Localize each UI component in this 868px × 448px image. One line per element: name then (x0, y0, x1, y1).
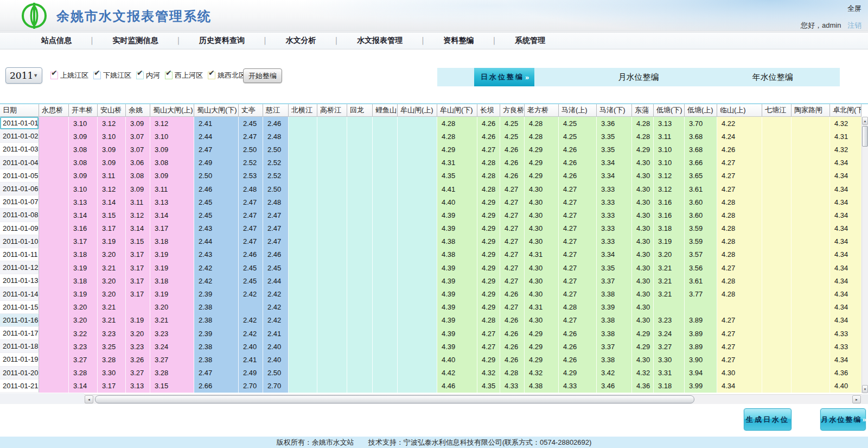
value-cell[interactable]: 3.22 (69, 327, 98, 340)
value-cell[interactable]: 3.56 (685, 261, 717, 274)
value-cell[interactable] (289, 143, 317, 156)
value-cell[interactable] (39, 209, 69, 222)
value-cell[interactable]: 4.30 (525, 235, 559, 248)
value-cell[interactable]: 4.25 (559, 117, 597, 130)
value-cell[interactable] (373, 327, 398, 340)
value-cell[interactable] (39, 235, 69, 248)
value-cell[interactable]: 4.27 (717, 169, 762, 182)
value-cell[interactable]: 4.34 (830, 222, 861, 235)
value-cell[interactable]: 3.14 (126, 222, 150, 235)
value-cell[interactable] (39, 314, 69, 327)
value-cell[interactable] (317, 169, 347, 182)
value-cell[interactable]: 3.20 (98, 274, 126, 287)
value-cell[interactable]: 3.30 (98, 367, 126, 380)
value-cell[interactable]: 4.25 (500, 130, 525, 143)
value-cell[interactable] (792, 353, 830, 366)
value-cell[interactable]: 3.30 (654, 353, 685, 366)
value-cell[interactable]: 4.30 (525, 287, 559, 300)
value-cell[interactable]: 4.34 (830, 248, 861, 261)
value-cell[interactable] (39, 301, 69, 314)
value-cell[interactable]: 2.38 (194, 301, 239, 314)
value-cell[interactable] (289, 353, 317, 366)
value-cell[interactable] (289, 340, 317, 353)
value-cell[interactable] (792, 235, 830, 248)
value-cell[interactable] (289, 182, 317, 195)
value-cell[interactable]: 4.25 (559, 130, 597, 143)
value-cell[interactable]: 2.43 (194, 222, 239, 235)
scroll-up-button[interactable]: ▲ (862, 117, 868, 125)
value-cell[interactable]: 4.29 (559, 367, 597, 380)
value-cell[interactable]: 2.47 (239, 209, 263, 222)
value-cell[interactable] (762, 301, 792, 314)
value-cell[interactable]: 2.44 (263, 274, 289, 287)
value-cell[interactable]: 4.28 (717, 287, 762, 300)
value-cell[interactable] (39, 130, 69, 143)
value-cell[interactable] (373, 182, 398, 195)
value-cell[interactable] (398, 209, 437, 222)
value-cell[interactable]: 4.27 (559, 261, 597, 274)
value-cell[interactable]: 3.13 (654, 117, 685, 130)
value-cell[interactable]: 4.30 (525, 209, 559, 222)
value-cell[interactable]: 3.11 (654, 130, 685, 143)
region-checkbox[interactable]: ✔ (165, 72, 173, 79)
value-cell[interactable]: 4.27 (559, 209, 597, 222)
value-cell[interactable]: 3.09 (150, 169, 194, 182)
value-cell[interactable]: 4.29 (477, 195, 500, 209)
date-cell[interactable]: 2011-01-07 (0, 195, 39, 209)
value-cell[interactable] (654, 301, 685, 314)
value-cell[interactable]: 4.30 (525, 195, 559, 209)
value-cell[interactable] (717, 301, 762, 314)
region-checkbox[interactable]: ✔ (50, 72, 58, 79)
date-cell[interactable]: 2011-01-13 (0, 274, 39, 287)
value-cell[interactable]: 4.34 (830, 261, 861, 274)
value-cell[interactable]: 2.38 (194, 340, 239, 353)
value-cell[interactable] (762, 261, 792, 274)
value-cell[interactable]: 3.14 (98, 195, 126, 209)
value-cell[interactable] (373, 248, 398, 261)
value-cell[interactable] (289, 380, 317, 393)
value-cell[interactable]: 4.34 (830, 301, 861, 314)
value-cell[interactable]: 4.33 (830, 340, 861, 353)
value-cell[interactable] (792, 314, 830, 327)
date-cell[interactable]: 2011-01-14 (0, 287, 39, 300)
horizontal-scroll-thumb[interactable] (95, 395, 694, 403)
value-cell[interactable]: 4.27 (500, 274, 525, 287)
value-cell[interactable]: 4.30 (525, 182, 559, 195)
value-cell[interactable]: 4.34 (830, 353, 861, 366)
value-cell[interactable] (762, 169, 792, 182)
date-cell[interactable]: 2011-01-02 (0, 130, 39, 143)
value-cell[interactable] (347, 340, 373, 353)
value-cell[interactable]: 3.36 (597, 117, 632, 130)
value-cell[interactable]: 3.28 (69, 367, 98, 380)
value-cell[interactable]: 2.50 (263, 367, 289, 380)
value-cell[interactable]: 2.70 (263, 380, 289, 393)
value-cell[interactable] (792, 156, 830, 169)
value-cell[interactable]: 4.30 (525, 222, 559, 235)
value-cell[interactable]: 4.29 (525, 353, 559, 366)
value-cell[interactable] (289, 130, 317, 143)
value-cell[interactable]: 2.45 (239, 117, 263, 130)
value-cell[interactable]: 4.39 (437, 274, 477, 287)
value-cell[interactable]: 3.33 (597, 182, 632, 195)
value-cell[interactable]: 4.31 (525, 248, 559, 261)
value-cell[interactable] (398, 274, 437, 287)
value-cell[interactable]: 4.25 (500, 117, 525, 130)
value-cell[interactable] (317, 130, 347, 143)
value-cell[interactable]: 4.26 (477, 117, 500, 130)
value-cell[interactable]: 3.17 (98, 380, 126, 393)
value-cell[interactable]: 3.33 (597, 209, 632, 222)
value-cell[interactable]: 3.11 (150, 182, 194, 195)
value-cell[interactable]: 4.34 (830, 287, 861, 300)
value-cell[interactable] (289, 367, 317, 380)
value-cell[interactable]: 3.08 (126, 169, 150, 182)
value-cell[interactable]: 4.27 (500, 209, 525, 222)
value-cell[interactable]: 2.42 (263, 301, 289, 314)
value-cell[interactable] (39, 367, 69, 380)
value-cell[interactable]: 4.39 (437, 314, 477, 327)
value-cell[interactable]: 2.50 (194, 169, 239, 182)
value-cell[interactable]: 4.28 (559, 301, 597, 314)
value-cell[interactable]: 4.27 (717, 353, 762, 366)
value-cell[interactable]: 3.33 (597, 195, 632, 209)
value-cell[interactable] (398, 117, 437, 130)
value-cell[interactable]: 3.38 (597, 327, 632, 340)
